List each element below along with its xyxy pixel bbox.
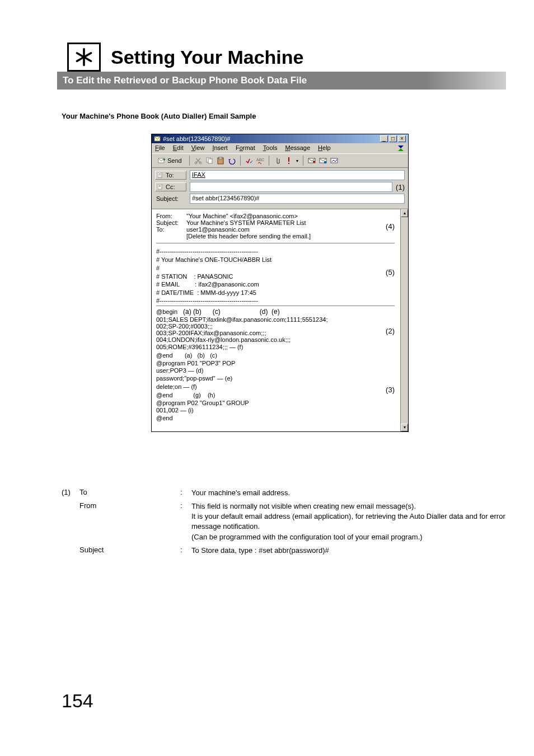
marker-5: (5) [378,268,395,276]
send-button[interactable]: Send [155,156,185,166]
undo-icon[interactable] [228,157,236,165]
svg-rect-26 [159,186,161,187]
definitions-table: (1) To : Your machine's email address. F… [62,488,506,556]
menu-help[interactable]: Help [318,144,331,152]
mail-icon [154,135,161,142]
marker-4: (4) [378,222,395,231]
close-button[interactable]: × [398,135,406,142]
svg-point-17 [313,161,315,163]
cc-button[interactable]: Cc: [155,182,186,191]
cut-icon[interactable] [194,157,202,165]
priority-icon[interactable] [285,157,293,165]
menu-message[interactable]: Message [285,144,310,152]
menu-file[interactable]: File [155,144,165,152]
email-window: #set abbr(1234567890)# _ □ × File Edit V… [151,134,409,432]
encrypt-icon[interactable] [319,157,327,165]
toolbar: Send ✓ ABC ▾ [152,153,408,168]
dropdown-icon[interactable]: ▾ [296,158,298,163]
page-title: Setting Your Machine [111,46,303,68]
copy-icon[interactable] [205,157,213,165]
menu-insert[interactable]: Insert [212,144,228,152]
to-input[interactable]: IFAX [190,170,405,180]
menu-bar: File Edit View Insert Format Tools Messa… [152,143,408,153]
svg-rect-25 [159,185,161,186]
subject-input[interactable]: #set abbr(1234567890)# [190,194,405,204]
scroll-down-icon[interactable]: ▾ [401,424,408,431]
scroll-up-icon[interactable]: ▴ [401,209,408,217]
window-titlebar: #set abbr(1234567890)# _ □ × [152,134,408,143]
section-heading: Your Machine's Phone Book (Auto Dialler)… [62,112,506,120]
delete-header-note: [Delete this header before sending the e… [156,233,378,240]
check-icon[interactable]: ✓ [245,157,253,165]
maximize-button[interactable]: □ [389,135,397,142]
svg-text:ABC: ABC [256,158,264,162]
paste-icon[interactable] [217,157,224,165]
cc-input[interactable] [190,182,392,192]
window-title-text: #set abbr(1234567890)# [163,135,230,142]
subtitle-bar: To Edit the Retrieved or Backup Phone Bo… [57,72,506,90]
menu-edit[interactable]: Edit [173,144,184,152]
subject-label: Subject: [155,195,186,202]
page-number: 154 [62,690,506,712]
spell-icon[interactable]: ABC [256,157,264,165]
svg-rect-22 [159,173,161,174]
app-logo-icon [397,144,405,152]
attach-icon[interactable] [274,157,282,165]
logo-asterisk [67,43,101,72]
svg-rect-15 [288,163,289,164]
svg-rect-11 [219,157,222,159]
marker-1: (1) [396,183,405,191]
svg-rect-19 [324,161,326,163]
marker-2: (2) [378,327,395,335]
to-button[interactable]: To: [155,171,186,180]
offline-icon[interactable] [330,157,338,165]
sign-icon[interactable] [308,157,316,165]
menu-view[interactable]: View [191,144,205,152]
svg-rect-9 [208,159,212,163]
scrollbar[interactable]: ▴ ▾ [400,209,408,431]
message-body[interactable]: ▴ ▾ From:"Your Machine" <ifax2@panasonic… [152,209,408,431]
menu-format[interactable]: Format [236,144,255,152]
marker-3: (3) [378,386,395,394]
menu-tools[interactable]: Tools [263,144,278,152]
svg-rect-14 [288,157,289,162]
svg-text:✓: ✓ [250,159,253,165]
svg-rect-23 [159,175,161,175]
minimize-button[interactable]: _ [380,135,388,142]
